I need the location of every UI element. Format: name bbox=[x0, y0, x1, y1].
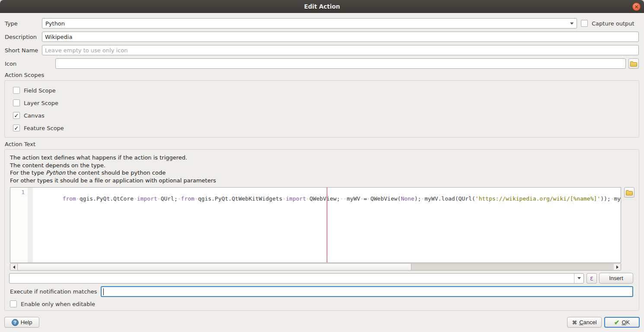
type-label: Type bbox=[5, 20, 42, 27]
icon-browse-button[interactable] bbox=[628, 58, 639, 69]
scope-checkbox-field-scope[interactable]: Field Scope bbox=[13, 87, 56, 94]
checkbox-label: Layer Scope bbox=[24, 100, 58, 106]
folder-icon bbox=[626, 190, 633, 195]
scope-checkbox-feature-scope[interactable]: ✓Feature Scope bbox=[13, 124, 64, 131]
help-line-2: The content depends on the type. bbox=[10, 162, 216, 169]
notification-row: Execute if notification matches bbox=[10, 286, 633, 297]
help-line-4: For other types it should be a file or a… bbox=[10, 177, 216, 185]
folder-icon bbox=[630, 61, 637, 67]
code-line-text: from·qgis.PyQt.QtCore·import·QUrl;·from·… bbox=[63, 195, 621, 202]
close-button[interactable]: ✕ bbox=[632, 3, 641, 11]
fold-margin bbox=[28, 188, 33, 262]
checkbox-box[interactable] bbox=[10, 300, 17, 307]
scrollbar-thumb[interactable] bbox=[17, 264, 411, 270]
ok-check-icon: ✔ bbox=[614, 319, 620, 326]
variable-combobox[interactable] bbox=[9, 273, 584, 284]
code-area[interactable]: from·qgis.PyQt.QtCore·import·QUrl;·from·… bbox=[33, 188, 621, 262]
capture-output-label: Capture output bbox=[592, 20, 634, 27]
code-editor[interactable]: 1 from·qgis.PyQt.QtCore·import·QUrl;·fro… bbox=[10, 187, 621, 263]
type-combobox-value: Python bbox=[45, 20, 567, 27]
action-scopes-title: Action Scopes bbox=[5, 72, 44, 78]
chevron-down-icon[interactable] bbox=[567, 19, 577, 28]
checkbox-label: Canvas bbox=[24, 112, 45, 119]
edge-marker-line bbox=[327, 188, 327, 262]
description-row: Description bbox=[5, 32, 639, 42]
help-question-icon: ? bbox=[12, 319, 19, 326]
help-line-3: For the type Python the content should b… bbox=[10, 169, 216, 177]
scroll-left-arrow[interactable] bbox=[10, 264, 17, 270]
checkbox-box[interactable]: ✓ bbox=[13, 112, 20, 119]
description-input[interactable] bbox=[42, 32, 639, 42]
help-button[interactable]: ? Help bbox=[4, 317, 39, 328]
short-name-input[interactable] bbox=[42, 45, 639, 55]
ok-button[interactable]: ✔ OK bbox=[604, 317, 640, 328]
scope-checkbox-layer-scope[interactable]: Layer Scope bbox=[13, 99, 58, 106]
action-text-title: Action Text bbox=[5, 141, 35, 147]
type-combobox[interactable]: Python bbox=[42, 18, 577, 29]
horizontal-scrollbar[interactable] bbox=[10, 263, 621, 271]
epsilon-icon: ε bbox=[590, 275, 593, 282]
action-scopes-group: Field ScopeLayer Scope✓Canvas✓Feature Sc… bbox=[4, 80, 639, 137]
edit-action-dialog: Edit Action ✕ Type Python Capture output… bbox=[0, 0, 644, 332]
code-file-browse-button[interactable] bbox=[624, 187, 634, 198]
icon-label: Icon bbox=[5, 61, 55, 67]
checkbox-box[interactable] bbox=[13, 87, 20, 94]
enable-editable-label: Enable only when editable bbox=[21, 301, 95, 307]
cancel-button[interactable]: ✖ Cancel bbox=[567, 317, 602, 328]
cancel-x-icon: ✖ bbox=[572, 319, 577, 326]
type-row: Type Python Capture output bbox=[5, 18, 639, 29]
variable-insert-row: ε Insert bbox=[9, 273, 633, 284]
checkbox-box[interactable]: ✓ bbox=[13, 124, 20, 131]
action-text-help: The action text defines what happens if … bbox=[10, 154, 216, 184]
description-label: Description bbox=[5, 34, 42, 40]
action-text-group: The action text defines what happens if … bbox=[4, 149, 639, 311]
line-number: 1 bbox=[21, 189, 25, 195]
scope-checkbox-canvas[interactable]: ✓Canvas bbox=[13, 112, 45, 119]
enable-editable-checkbox[interactable]: Enable only when editable bbox=[10, 300, 95, 307]
help-line-1: The action text defines what happens if … bbox=[10, 154, 216, 162]
icon-path-input[interactable] bbox=[55, 58, 626, 69]
titlebar[interactable]: Edit Action ✕ bbox=[0, 0, 644, 13]
short-name-row: Short Name bbox=[5, 45, 639, 55]
chevron-down-icon[interactable] bbox=[574, 274, 583, 283]
window-title: Edit Action bbox=[304, 3, 340, 10]
checkbox-label: Feature Scope bbox=[24, 125, 64, 131]
scrollbar-track[interactable] bbox=[411, 264, 614, 270]
expression-builder-button[interactable]: ε bbox=[587, 273, 597, 284]
line-number-gutter: 1 bbox=[10, 188, 28, 262]
checkbox-label: Field Scope bbox=[24, 87, 56, 94]
capture-output-checkbox[interactable]: Capture output bbox=[581, 20, 634, 27]
checkbox-box[interactable] bbox=[581, 20, 588, 27]
insert-button[interactable]: Insert bbox=[599, 273, 633, 284]
checkbox-box[interactable] bbox=[13, 99, 20, 106]
close-icon: ✕ bbox=[634, 4, 638, 10]
scroll-right-arrow[interactable] bbox=[614, 264, 621, 270]
notification-label: Execute if notification matches bbox=[10, 288, 97, 295]
notification-input[interactable] bbox=[101, 286, 633, 297]
short-name-label: Short Name bbox=[5, 47, 42, 54]
text-caret bbox=[103, 288, 104, 295]
icon-row: Icon bbox=[5, 58, 639, 69]
